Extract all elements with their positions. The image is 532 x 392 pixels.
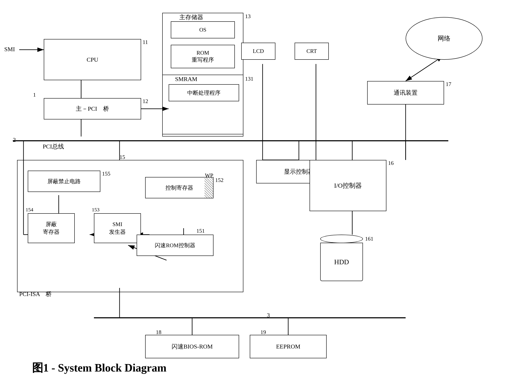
ref-11: 11 [142, 39, 148, 45]
lcd-box: LCD [241, 43, 276, 60]
shield-disable-label: 屏蔽禁止电路 [48, 178, 81, 185]
smi-generator-box: SMI 发生器 [94, 213, 141, 243]
ref-15: 15 [119, 154, 125, 160]
cpu-label: CPU [87, 56, 98, 63]
diagram: SMI CPU 11 主－PCI 桥 12 1 PCI总线 2 主存储器 13 … [0, 0, 532, 392]
ref-17: 17 [446, 81, 451, 88]
ref-152: 152 [215, 177, 223, 183]
rom-rewrite-label: ROM 重写程序 [192, 50, 214, 64]
ref-18: 18 [156, 329, 162, 336]
hdd-body: HDD [320, 243, 363, 281]
ref-13: 13 [245, 13, 251, 20]
ref-154: 154 [26, 207, 33, 213]
smram-outer-box [162, 75, 243, 134]
cpu-box: CPU [44, 39, 141, 80]
ref-3: 3 [267, 312, 270, 319]
eeprom-label: EEPROM [276, 343, 300, 350]
comm-device-label: 通讯装置 [394, 89, 418, 97]
smi-generator-label: SMI 发生器 [109, 220, 126, 236]
flash-bios-rom-label: 闪速BIOS-ROM [172, 342, 213, 351]
lcd-label: LCD [253, 48, 264, 54]
ctrl-register-box: 控制寄存器 [145, 177, 214, 198]
main-memory-label: 主存储器 [179, 13, 203, 21]
ref-153: 153 [92, 207, 100, 213]
interrupt-handler-label: 中断处理程序 [187, 89, 221, 97]
hdd-label: HDD [334, 258, 349, 266]
ref-1: 1 [33, 92, 36, 98]
main-pci-bridge-label: 主－PCI 桥 [76, 105, 109, 113]
crt-label: CRT [306, 48, 317, 54]
ctrl-register-label: 控制寄存器 [166, 184, 193, 191]
os-label: OS [199, 27, 206, 33]
smi-input-label: SMI [4, 46, 15, 53]
flash-rom-ctrl-label: 闪速ROM控制器 [155, 242, 195, 249]
svg-line-15 [406, 60, 438, 81]
eeprom-box: EEPROM [250, 335, 327, 358]
main-pci-bridge-box: 主－PCI 桥 [44, 98, 141, 119]
ref-16: 16 [388, 160, 394, 166]
ref-2: 2 [13, 136, 16, 143]
pci-isa-bridge-label: PCI-ISA 桥 [19, 290, 52, 298]
ref-155: 155 [102, 171, 110, 177]
shield-register-box: 屏蔽 寄存器 [28, 213, 75, 243]
ref-161: 161 [365, 236, 373, 242]
io-controller-box: I/O控制器 [309, 160, 386, 211]
crt-box: CRT [294, 43, 329, 60]
shield-register-label: 屏蔽 寄存器 [43, 220, 60, 236]
ref-12: 12 [142, 98, 148, 104]
ref-131: 131 [245, 76, 253, 82]
pci-bus-label: PCI总线 [43, 142, 64, 151]
os-box: OS [171, 21, 235, 38]
rom-rewrite-box: ROM 重写程序 [171, 45, 235, 68]
smram-label: SMRAM [175, 76, 197, 83]
comm-device-box: 通讯装置 [367, 81, 444, 104]
display-controller-label: 显示控制器 [284, 168, 314, 176]
ref-19: 19 [261, 329, 266, 336]
figure-label: 图1 - System Block Diagram [32, 360, 166, 375]
network-ellipse: 网络 [406, 17, 482, 60]
wp-hatch [204, 177, 213, 198]
network-label: 网络 [438, 34, 451, 43]
hdd-cylinder-top [320, 235, 363, 243]
io-controller-label: I/O控制器 [334, 181, 362, 190]
ref-151: 151 [196, 228, 205, 234]
flash-bios-rom-box: 闪速BIOS-ROM [145, 335, 239, 358]
shield-disable-box: 屏蔽禁止电路 [28, 171, 100, 192]
flash-rom-ctrl-box: 闪速ROM控制器 [137, 235, 214, 256]
hdd-cylinder: HDD [320, 235, 363, 281]
interrupt-handler-box: 中断处理程序 [169, 84, 239, 101]
